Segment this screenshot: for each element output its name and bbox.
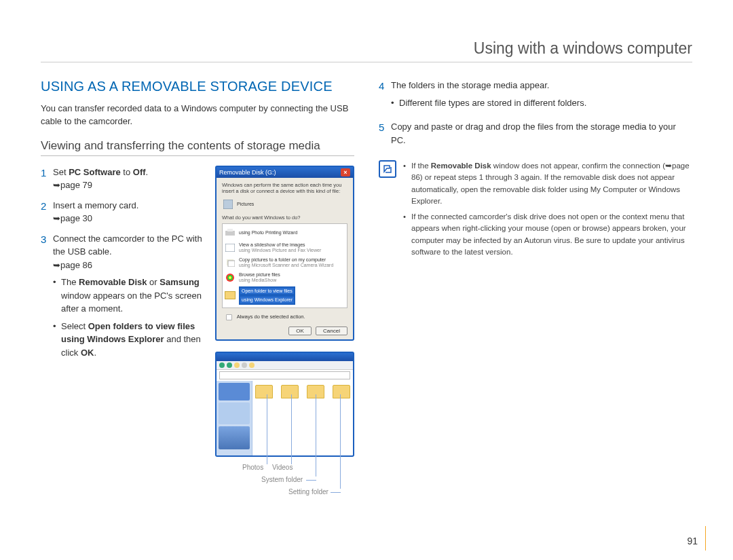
folder-videos[interactable] [281,385,299,400]
dialog-title: Removable Disk (G:) [219,169,276,176]
t: using Windows Picture and Fax Viewer [239,248,321,253]
always-label: Always do the selected action. [237,314,305,320]
t: Removable Disk [79,277,147,287]
folder-photos[interactable] [255,385,273,400]
explorer-sidebar [217,381,252,455]
step-number: 2 [41,199,53,214]
t: Removable Disk [431,162,491,170]
step-text: . [146,167,149,177]
svg-rect-2 [227,229,233,231]
page-ref: ➥page 79 [53,179,92,192]
step-1: 1 Set PC Software to Off. ➥page 79 [41,166,206,192]
page-number: 91 [687,536,698,546]
ok-button[interactable]: OK [288,326,312,335]
t: using MediaShow [239,278,276,282]
step-bold: Off [133,167,146,177]
t: If the [411,162,431,170]
t: using Microsoft Scanner and Camera Wizar… [239,263,333,267]
note-block: If the Removable Disk window does not ap… [379,160,692,262]
step-text: Copy and paste or drag and drop the file… [391,122,676,145]
t: OK [81,348,94,358]
t: Samsung [159,277,200,287]
step-3-bullet-2: Select Open folders to view files using … [53,320,206,360]
step-number: 4 [379,79,391,94]
step-2: 2 Insert a memory card. ➥page 30 [41,199,206,225]
explorer-window [215,352,354,457]
t: or [147,277,159,287]
page-title: Using with a windows computer [41,39,692,62]
t: . [94,348,96,358]
callout-photos: Photos [242,464,263,471]
dialog-question: What do you want Windows to do? [222,214,347,221]
section-title: USING AS A REMOVABLE STORAGE DEVICE [41,79,354,94]
t: The [61,277,79,287]
svg-rect-5 [228,261,235,267]
svg-rect-3 [225,244,235,252]
page-ref: ➥page 30 [53,212,92,225]
svg-point-8 [229,276,231,279]
right-column: 4 The folders in the storage media appea… [379,79,692,507]
step-3: 3 Connect the camcorder to the PC with t… [41,232,206,364]
callout-videos: Videos [272,464,293,471]
removable-disk-dialog: Removable Disk (G:) × Windows can perfor… [215,166,354,341]
t: using Windows Explorer [239,295,295,305]
t: using Photo Printing Wizard [239,230,297,235]
cancel-button[interactable]: Cancel [316,326,347,335]
step-4: 4 The folders in the storage media appea… [379,79,692,113]
left-column: USING AS A REMOVABLE STORAGE DEVICE You … [41,79,354,507]
t: Open folder to view files [239,286,295,296]
slideshow-icon [224,242,236,254]
sub-heading: Viewing and transferring the contents of… [41,139,354,156]
step-number: 1 [41,166,53,181]
dialog-line: Windows can perform the same action each… [222,182,347,194]
mediashow-icon [224,272,236,284]
callout-system: System folder [261,476,303,483]
copy-icon [224,257,236,269]
note-2: If the connected camcorder's disk drive … [403,211,692,258]
t: window appears on the PC's screen after … [61,291,202,314]
folder-icon [224,289,236,301]
note-icon [379,160,396,178]
dialog-option[interactable]: Copy pictures to a folder on my computer… [224,255,345,270]
step-5: 5 Copy and paste or drag and drop the fi… [379,120,692,147]
step-text: Set [53,167,69,177]
svg-rect-1 [225,231,235,236]
dialog-option[interactable]: using Photo Printing Wizard [224,225,345,240]
t: Select [61,321,88,331]
step-4-bullet-1: Different file types are stored in diffe… [391,96,692,110]
step-number: 5 [379,120,391,136]
step-text: to [121,167,133,177]
always-checkbox[interactable] [226,314,232,320]
step-text: Insert a memory card. [53,200,138,210]
dialog-option[interactable]: View a slideshow of the imagesusing Wind… [224,240,345,255]
page-ref: ➥page 86 [53,259,92,272]
step-text: Connect the camcorder to the PC with the… [53,234,202,257]
figure-callouts: Photos Videos System folder Setting fold… [215,460,354,507]
svg-rect-0 [223,200,233,209]
t: Copy pictures to a folder on my computer [239,257,326,262]
dialog-pictures: Pictures [237,202,254,207]
close-icon[interactable]: × [341,168,350,176]
step-text: The folders in the storage media appear. [391,80,549,90]
printer-icon [224,227,236,239]
t: View a slideshow of the images [239,242,305,247]
callout-setting: Setting folder [288,488,328,496]
picture-icon [222,198,234,210]
section-intro: You can transfer recorded data to a Wind… [41,102,354,128]
dialog-option[interactable]: Browse picture filesusing MediaShow [224,270,345,285]
dialog-option-selected[interactable]: Open folder to view filesusing Windows E… [224,285,345,306]
t: Browse picture files [239,272,280,277]
folder-setting[interactable] [333,385,350,400]
note-1: If the Removable Disk window does not ap… [403,160,692,207]
step-number: 3 [41,232,53,248]
step-3-bullet-1: The Removable Disk or Samsung window app… [53,276,206,316]
step-bold: PC Software [69,167,121,177]
